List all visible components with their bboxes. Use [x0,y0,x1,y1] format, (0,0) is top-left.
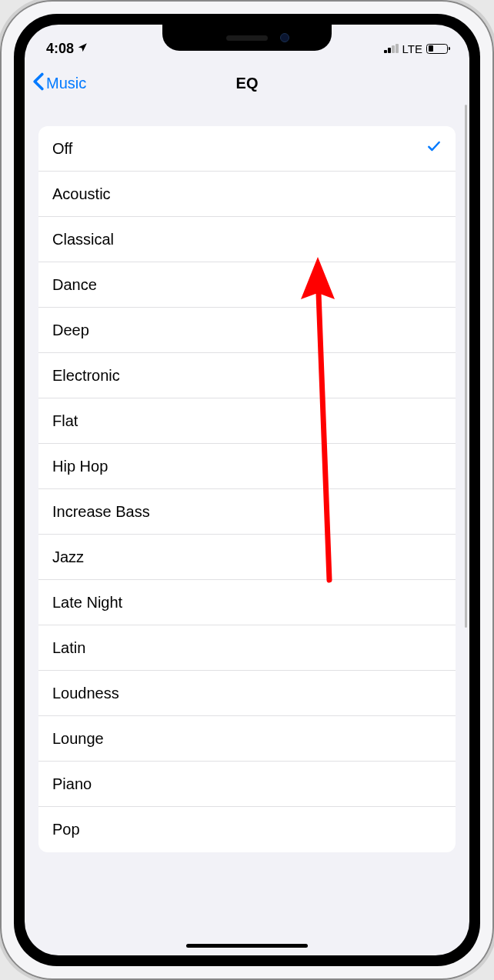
eq-option-row[interactable]: Electronic [38,353,456,398]
eq-option-label: Lounge [52,730,104,748]
location-icon [77,41,88,57]
eq-option-row[interactable]: Classical [38,217,456,262]
phone-body: 4:08 LTE [14,14,480,966]
page-title: EQ [236,75,259,92]
eq-option-row[interactable]: Jazz [38,535,456,580]
eq-option-label: Pop [52,821,80,838]
notch-speaker [226,35,268,41]
eq-option-label: Classical [52,231,114,248]
eq-option-row[interactable]: Deep [38,308,456,353]
signal-icon [384,44,399,53]
eq-option-label: Late Night [52,594,122,612]
status-right: LTE [384,42,448,55]
eq-option-label: Flat [52,412,78,430]
content-area[interactable]: OffAcousticClassicalDanceDeepElectronicF… [25,105,469,955]
phone-frame: 4:08 LTE [0,0,494,980]
eq-option-row[interactable]: Hip Hop [38,444,456,489]
eq-option-label: Hip Hop [52,458,108,475]
eq-option-row[interactable]: Piano [38,762,456,807]
eq-list: OffAcousticClassicalDanceDeepElectronicF… [38,126,456,852]
eq-option-row[interactable]: Acoustic [38,172,456,217]
eq-option-row[interactable]: Late Night [38,580,456,625]
status-left: 4:08 [46,41,88,57]
screen: 4:08 LTE [25,25,469,955]
eq-option-label: Increase Bass [52,503,150,521]
eq-option-row[interactable]: Loudness [38,671,456,716]
eq-option-row[interactable]: Flat [38,398,456,444]
eq-option-label: Acoustic [52,185,111,203]
eq-option-row[interactable]: Latin [38,625,456,671]
eq-option-label: Piano [52,775,92,793]
eq-option-label: Off [52,140,72,158]
battery-icon [426,44,448,54]
eq-option-label: Dance [52,276,97,294]
eq-option-label: Latin [52,639,85,657]
eq-option-label: Electronic [52,367,120,385]
eq-option-row[interactable]: Increase Bass [38,489,456,535]
eq-option-row[interactable]: Pop [38,807,456,852]
eq-option-label: Jazz [52,548,84,566]
eq-option-row[interactable]: Off [38,126,456,172]
checkmark-icon [426,138,442,158]
status-time: 4:08 [46,41,74,57]
network-label: LTE [402,42,422,55]
home-indicator[interactable] [186,944,308,948]
eq-option-row[interactable]: Lounge [38,716,456,762]
back-label: Music [46,75,86,92]
chevron-left-icon [32,72,45,95]
eq-option-row[interactable]: Dance [38,262,456,308]
notch-camera [280,33,289,42]
eq-option-label: Loudness [52,685,119,702]
notch [162,25,332,51]
eq-option-label: Deep [52,322,89,339]
back-button[interactable]: Music [32,72,86,95]
scroll-indicator[interactable] [465,105,467,628]
nav-bar: Music EQ [25,62,469,105]
